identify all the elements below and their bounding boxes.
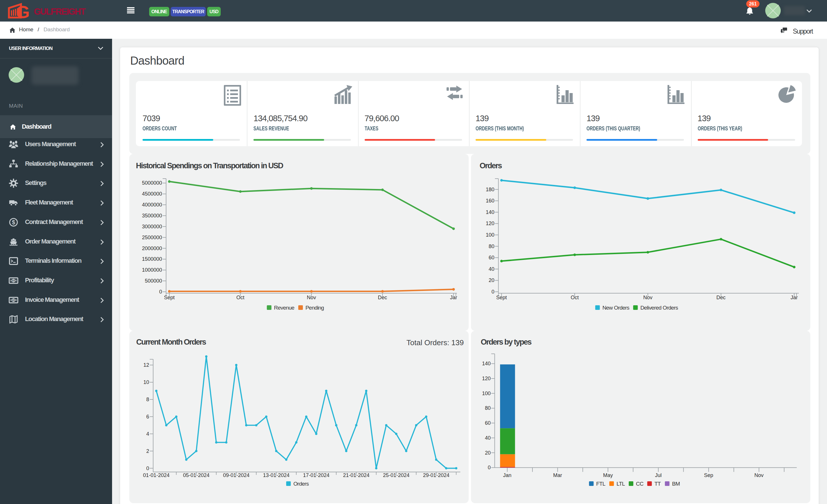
svg-text:2: 2 <box>146 448 149 454</box>
svg-text:CC: CC <box>636 481 643 487</box>
svg-text:80: 80 <box>488 243 494 249</box>
svg-text:01-01-2024: 01-01-2024 <box>143 472 169 478</box>
svg-text:05-01-2024: 05-01-2024 <box>183 472 209 478</box>
svg-text:0: 0 <box>159 289 162 295</box>
svg-text:Mar: Mar <box>553 472 562 478</box>
svg-text:40: 40 <box>485 435 490 441</box>
svg-text:17-01-2024: 17-01-2024 <box>303 472 329 478</box>
svg-text:2000000: 2000000 <box>142 245 162 251</box>
svg-text:May: May <box>603 472 613 478</box>
svg-text:4: 4 <box>146 431 149 437</box>
svg-text:Orders: Orders <box>480 161 502 170</box>
svg-text:8: 8 <box>146 397 149 402</box>
svg-text:Delivered Orders: Delivered Orders <box>640 305 678 311</box>
svg-text:Sep: Sep <box>704 472 713 478</box>
svg-text:25-01-2024: 25-01-2024 <box>383 472 409 478</box>
svg-text:12: 12 <box>143 362 149 368</box>
svg-text:Jul: Jul <box>655 472 662 478</box>
svg-text:Pending: Pending <box>305 305 324 311</box>
svg-text:Orders: Orders <box>293 481 309 487</box>
svg-text:120: 120 <box>482 376 490 381</box>
svg-text:Sept: Sept <box>496 295 507 300</box>
svg-text:10: 10 <box>143 379 149 385</box>
svg-text:3500000: 3500000 <box>142 213 162 219</box>
svg-text:$: $ <box>12 219 15 225</box>
svg-text:Nov: Nov <box>643 295 652 300</box>
svg-text:Current Month Orders: Current Month Orders <box>136 338 206 346</box>
svg-text:Orders by types: Orders by types <box>481 338 532 346</box>
svg-text:Nov: Nov <box>754 472 764 478</box>
svg-text:BM: BM <box>672 481 680 487</box>
svg-text:100: 100 <box>486 232 494 238</box>
svg-text:Oct: Oct <box>571 295 579 300</box>
svg-text:160: 160 <box>486 198 494 204</box>
svg-text:500000: 500000 <box>145 278 162 284</box>
svg-text:21-01-2024: 21-01-2024 <box>343 472 370 478</box>
svg-text:1500000: 1500000 <box>142 256 162 262</box>
svg-text:Dec: Dec <box>378 295 387 300</box>
svg-text:0: 0 <box>146 465 149 471</box>
svg-text:0: 0 <box>491 289 494 295</box>
svg-text:3000000: 3000000 <box>142 224 162 229</box>
svg-text:20: 20 <box>488 277 494 283</box>
svg-text:FTL: FTL <box>596 481 605 487</box>
svg-text:4000000: 4000000 <box>142 202 162 208</box>
svg-text:09-01-2024: 09-01-2024 <box>223 472 249 478</box>
svg-text:Jar: Jar <box>450 295 457 300</box>
svg-text:80: 80 <box>485 405 490 411</box>
svg-text:20: 20 <box>485 450 490 456</box>
svg-text:140: 140 <box>482 361 490 367</box>
svg-text:60: 60 <box>488 255 494 261</box>
svg-text:6: 6 <box>146 414 149 419</box>
svg-text:40: 40 <box>488 266 494 272</box>
svg-text:100: 100 <box>482 391 490 396</box>
svg-text:Jar: Jar <box>790 295 798 300</box>
svg-text:2500000: 2500000 <box>142 235 162 240</box>
svg-text:29-01-2024: 29-01-2024 <box>423 472 449 478</box>
svg-text:$: $ <box>13 279 14 282</box>
svg-text:$: $ <box>13 298 14 301</box>
svg-text:Total Orders: 139: Total Orders: 139 <box>406 338 464 347</box>
svg-text:1000000: 1000000 <box>142 267 162 273</box>
svg-text:5000000: 5000000 <box>142 180 162 186</box>
svg-text:New Orders: New Orders <box>602 305 629 311</box>
svg-text:60: 60 <box>485 420 490 426</box>
svg-text:LTL: LTL <box>616 481 625 487</box>
svg-text:Historical Spendings on Transp: Historical Spendings on Transportation i… <box>136 161 283 170</box>
svg-text:Oct: Oct <box>236 295 244 300</box>
svg-text:Sept: Sept <box>164 295 175 300</box>
svg-text:180: 180 <box>486 187 494 192</box>
svg-text:0: 0 <box>488 465 490 470</box>
svg-text:13-01-2024: 13-01-2024 <box>263 472 289 478</box>
svg-text:TT: TT <box>654 481 661 487</box>
svg-text:4500000: 4500000 <box>142 191 162 197</box>
svg-text:Jan: Jan <box>503 472 512 478</box>
svg-text:Nov: Nov <box>307 295 316 300</box>
svg-text:Revenue: Revenue <box>274 305 295 311</box>
svg-text:Dec: Dec <box>716 295 726 300</box>
svg-text:140: 140 <box>486 209 494 215</box>
svg-text:120: 120 <box>486 221 494 226</box>
